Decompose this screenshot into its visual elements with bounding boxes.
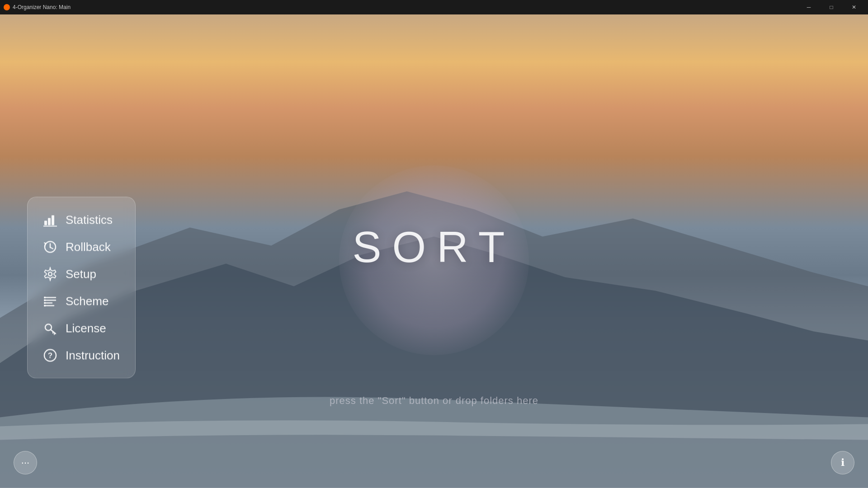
close-button[interactable]: ✕ [844, 0, 864, 14]
sidebar-item-scheme[interactable]: Scheme [38, 287, 124, 314]
sidebar-item-instruction[interactable]: ? Instruction [38, 342, 124, 369]
instruction-label: Instruction [66, 348, 120, 362]
more-button[interactable]: ··· [14, 451, 37, 474]
sidebar-item-setup[interactable]: Setup [38, 260, 124, 287]
svg-point-14 [44, 302, 46, 304]
more-icon: ··· [21, 457, 29, 469]
titlebar-title: 4-Organizer Nano: Main [4, 4, 71, 10]
titlebar: 4-Organizer Nano: Main ─ □ ✕ [0, 0, 868, 14]
svg-point-13 [44, 299, 46, 301]
svg-line-6 [50, 247, 53, 249]
svg-rect-1 [48, 218, 51, 225]
app-icon [4, 4, 10, 10]
svg-text:?: ? [48, 351, 52, 360]
help-icon: ? [42, 347, 58, 363]
background: SORT press the "Sort" button or drop fol… [0, 14, 868, 488]
svg-rect-2 [52, 215, 54, 225]
hint-text: press the "Sort" button or drop folders … [330, 395, 538, 407]
minimize-button[interactable]: ─ [798, 0, 819, 14]
sort-label[interactable]: SORT [353, 222, 516, 272]
svg-rect-0 [44, 221, 47, 225]
svg-point-12 [44, 296, 46, 298]
bar-chart-icon [42, 211, 58, 228]
restore-button[interactable]: □ [821, 0, 842, 14]
menu-panel: Statistics Rollback [27, 197, 136, 378]
setup-label: Setup [66, 267, 96, 281]
gear-icon [42, 266, 58, 282]
sidebar-item-rollback[interactable]: Rollback [38, 233, 124, 260]
info-icon: ℹ [841, 457, 844, 469]
titlebar-title-text: 4-Organizer Nano: Main [13, 4, 71, 10]
rollback-label: Rollback [66, 240, 111, 254]
scheme-label: Scheme [66, 294, 108, 308]
titlebar-controls: ─ □ ✕ [798, 0, 864, 14]
svg-point-15 [44, 305, 46, 306]
list-icon [42, 293, 58, 309]
svg-point-7 [48, 272, 52, 276]
key-icon [42, 320, 58, 336]
info-button[interactable]: ℹ [831, 451, 854, 474]
sidebar-item-statistics[interactable]: Statistics [38, 206, 124, 233]
statistics-label: Statistics [66, 213, 113, 227]
sidebar-item-license[interactable]: License [38, 314, 124, 342]
clock-icon [42, 239, 58, 255]
license-label: License [66, 321, 106, 335]
